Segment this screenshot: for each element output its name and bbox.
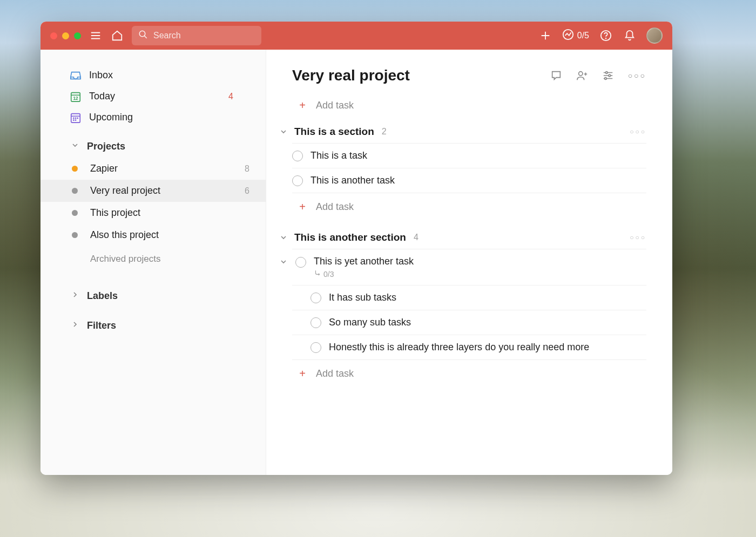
projects-group-header[interactable]: Projects [40,128,266,158]
help-icon[interactable] [599,29,613,43]
task-checkbox[interactable] [292,151,303,161]
main-actions: ○○○ [550,70,646,81]
subtask-row[interactable]: So many sub tasks [292,310,646,335]
view-options-icon[interactable] [602,70,614,81]
add-task-label: Add task [316,368,354,379]
section-title: This is a section [294,126,374,138]
task-label: So many sub tasks [329,317,411,328]
section-block: This is another section 4 ○○○ This is ye… [292,232,646,380]
project-label: Zapier [90,163,118,174]
chevron-right-icon [71,320,79,331]
sidebar-project-very-real-project[interactable]: Very real project 6 [40,180,266,202]
project-color-dot [72,210,78,216]
share-icon[interactable] [576,70,588,81]
add-task-top[interactable]: + Add task [292,94,646,126]
project-label: Also this project [90,229,159,241]
chevron-down-icon[interactable] [279,233,288,242]
window-zoom-button[interactable] [74,32,81,39]
plus-icon: + [298,201,307,213]
window-controls [50,32,81,39]
section-header: This is another section 4 ○○○ [292,232,646,249]
window-close-button[interactable] [50,32,57,39]
svg-point-24 [605,72,608,74]
nav-label: Today [89,91,115,102]
today-icon: 12 [70,91,82,103]
archived-projects-link[interactable]: Archived projects [40,246,266,272]
nav-label: Inbox [89,70,113,81]
task-row[interactable]: This is a task [292,143,646,168]
upcoming-icon [70,112,82,124]
search-box[interactable] [132,26,261,45]
archived-label: Archived projects [90,254,160,264]
sidebar-item-today[interactable]: 12 Today 4 [40,86,266,107]
add-task-section[interactable]: + Add task [292,360,646,380]
section-header: This is a section 2 ○○○ [292,126,646,143]
avatar[interactable] [646,28,663,44]
task-checkbox[interactable] [292,175,303,186]
subtask-icon [314,269,321,278]
svg-point-28 [604,78,606,80]
topbar: 0/5 [40,22,672,50]
search-input[interactable] [153,31,255,40]
subtask-row[interactable]: It has sub tasks [292,286,646,310]
project-count: 6 [245,186,249,196]
section-more-icon[interactable]: ○○○ [630,128,646,135]
topbar-right: 0/5 [538,28,663,44]
sidebar-item-inbox[interactable]: Inbox [40,65,266,86]
chevron-down-icon[interactable] [279,127,288,136]
task-label: This is yet another task [314,256,646,267]
task-label: This is a task [310,150,646,161]
subtask-row[interactable]: Honestly this is already three layers do… [292,335,646,360]
task-label: It has sub tasks [329,292,396,303]
window-minimize-button[interactable] [62,32,69,39]
add-task-section[interactable]: + Add task [292,193,646,213]
productivity-count: 0/5 [577,31,589,40]
group-label: Filters [87,320,116,331]
project-color-dot [72,232,78,238]
notifications-icon[interactable] [623,29,637,43]
chevron-down-icon [71,141,79,152]
task-checkbox[interactable] [295,257,306,268]
svg-point-20 [578,72,582,76]
plus-icon: + [298,368,307,380]
sidebar-project-also-this-project[interactable]: Also this project [40,224,266,246]
productivity-button[interactable]: 0/5 [562,29,589,43]
section-block: This is a section 2 ○○○ This is a task T… [292,126,646,213]
comments-icon[interactable] [550,70,562,81]
quick-add-icon[interactable] [538,29,552,43]
sidebar: Inbox 12 Today 4 Upcoming Projects [40,50,266,475]
svg-line-4 [144,36,147,38]
task-checkbox[interactable] [310,293,321,303]
section-title: This is another section [294,232,406,243]
project-count: 8 [245,164,249,174]
home-icon[interactable] [110,29,124,43]
plus-icon: + [298,99,307,112]
task-checkbox[interactable] [310,342,321,353]
search-icon [138,30,148,42]
svg-point-26 [609,74,611,77]
task-label: Honestly this is already three layers do… [329,342,589,353]
menu-icon[interactable] [89,29,103,43]
task-row[interactable]: This is yet another task 0/3 [292,249,646,286]
chevron-down-icon[interactable] [279,257,288,269]
chevron-right-icon [71,290,79,302]
section-count: 2 [382,127,387,137]
task-label: This is another task [310,175,646,186]
project-label: This project [90,207,140,219]
task-checkbox[interactable] [310,317,321,328]
group-label: Projects [87,141,125,152]
svg-point-3 [139,31,145,37]
more-icon[interactable]: ○○○ [628,70,646,81]
main: Very real project ○○○ + Add task [266,50,672,475]
page-title: Very real project [292,67,550,84]
group-label: Labels [87,290,118,302]
inbox-icon [70,70,82,81]
sidebar-project-zapier[interactable]: Zapier 8 [40,158,266,180]
task-row[interactable]: This is another task [292,168,646,193]
filters-group-header[interactable]: Filters [40,307,266,337]
sidebar-project-this-project[interactable]: This project [40,202,266,224]
app-window: 0/5 Inbox 12 Today [40,22,672,475]
labels-group-header[interactable]: Labels [40,272,266,307]
sidebar-item-upcoming[interactable]: Upcoming [40,107,266,128]
section-more-icon[interactable]: ○○○ [630,234,646,241]
